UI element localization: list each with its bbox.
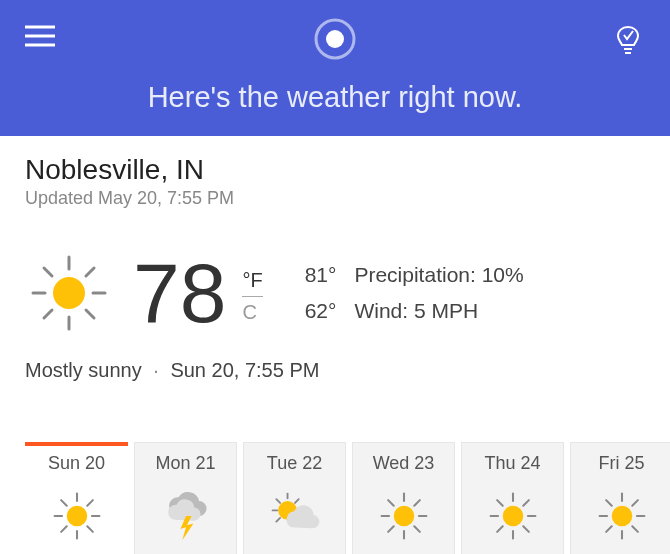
sun-icon — [571, 488, 670, 549]
lightbulb-check-icon — [614, 25, 642, 55]
svg-line-48 — [497, 526, 503, 532]
forecast-day-card[interactable]: Mon 21 — [134, 442, 237, 554]
svg-line-24 — [87, 500, 93, 506]
weather-card: Noblesville, IN Updated May 20, 7:55 PM … — [0, 136, 670, 554]
current-temperature: 78 — [133, 251, 226, 335]
svg-line-29 — [276, 499, 280, 503]
current-details: 81° Precipitation: 10% 62° Wind: 5 MPH — [305, 257, 524, 328]
svg-line-23 — [61, 526, 67, 532]
app-header: Here's the weather right now. — [0, 0, 670, 136]
svg-line-47 — [523, 526, 529, 532]
location-name: Noblesville, IN — [25, 154, 645, 186]
partly-cloudy-icon — [244, 488, 345, 549]
forecast-day-label: Thu 24 — [462, 453, 563, 474]
svg-line-38 — [414, 526, 420, 532]
unit-toggle: °F C — [242, 269, 262, 324]
header-message: Here's the weather right now. — [0, 81, 670, 114]
unit-celsius[interactable]: C — [242, 297, 262, 324]
forecast-day-card[interactable]: Wed 23 — [352, 442, 455, 554]
svg-line-40 — [414, 500, 420, 506]
forecast-day-card[interactable]: Sun 20 — [25, 442, 128, 554]
forecast-day-card[interactable]: Fri 25 — [570, 442, 670, 554]
svg-point-16 — [66, 506, 87, 527]
condition-summary: Mostly sunny · Sun 20, 7:55 PM — [25, 359, 645, 382]
svg-line-46 — [497, 500, 503, 506]
thunderstorm-icon — [135, 488, 236, 549]
forecast-day-card[interactable]: Thu 24 — [461, 442, 564, 554]
svg-point-50 — [611, 506, 632, 527]
updated-time: Updated May 20, 7:55 PM — [25, 188, 645, 209]
sun-icon — [353, 488, 454, 549]
svg-point-41 — [502, 506, 523, 527]
svg-line-58 — [632, 500, 638, 506]
svg-line-49 — [523, 500, 529, 506]
forecast-day-card[interactable]: Tue 22 — [243, 442, 346, 554]
svg-line-31 — [295, 499, 299, 503]
svg-point-7 — [53, 277, 85, 309]
svg-line-15 — [86, 268, 94, 276]
svg-line-21 — [61, 500, 67, 506]
forecast-day-label: Mon 21 — [135, 453, 236, 474]
forecast-day-label: Fri 25 — [571, 453, 670, 474]
sun-icon — [25, 249, 113, 337]
svg-line-12 — [44, 268, 52, 276]
menu-button[interactable] — [25, 25, 55, 51]
sun-icon — [25, 488, 128, 549]
unit-fahrenheit[interactable]: °F — [242, 269, 262, 297]
as-of-time: Sun 20, 7:55 PM — [170, 359, 319, 381]
forecast-strip: Sun 20 Mon 21 Tue 22 Wed 23 — [25, 442, 670, 554]
svg-point-4 — [326, 30, 344, 48]
current-weather-icon — [25, 249, 113, 337]
svg-line-55 — [606, 500, 612, 506]
svg-line-22 — [87, 526, 93, 532]
wind-label: Wind: 5 MPH — [354, 293, 478, 329]
svg-line-37 — [388, 500, 394, 506]
forecast-day-label: Sun 20 — [25, 453, 128, 474]
svg-line-56 — [632, 526, 638, 532]
menu-icon — [25, 25, 55, 47]
precipitation-label: Precipitation: 10% — [354, 257, 523, 293]
sun-icon — [462, 488, 563, 549]
separator-dot: · — [153, 359, 159, 381]
cortana-logo[interactable] — [314, 18, 356, 64]
tips-button[interactable] — [614, 25, 642, 59]
svg-line-30 — [276, 518, 280, 522]
current-conditions: 78 °F C 81° Precipitation: 10% 62° Wind:… — [25, 249, 645, 337]
low-temperature: 62° — [305, 293, 337, 329]
high-temperature: 81° — [305, 257, 337, 293]
forecast-day-label: Tue 22 — [244, 453, 345, 474]
svg-line-13 — [86, 310, 94, 318]
svg-line-14 — [44, 310, 52, 318]
forecast-day-label: Wed 23 — [353, 453, 454, 474]
svg-point-32 — [393, 506, 414, 527]
svg-line-39 — [388, 526, 394, 532]
cortana-logo-icon — [314, 18, 356, 60]
condition-text: Mostly sunny — [25, 359, 142, 381]
svg-line-57 — [606, 526, 612, 532]
